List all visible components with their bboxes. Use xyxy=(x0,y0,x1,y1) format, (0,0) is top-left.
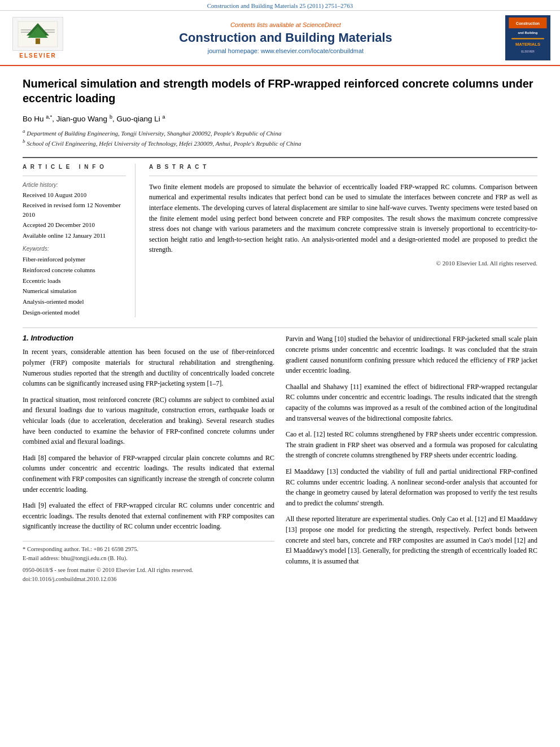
keywords-list: Fiber-reinforced polymer Reinforced conc… xyxy=(23,254,126,317)
body-section: 1. Introduction In recent years, conside… xyxy=(23,334,537,584)
body-para-2: In practical situation, most reinforced … xyxy=(23,395,274,447)
article-info-heading: A R T I C L E I N F O xyxy=(23,164,126,170)
author-2: Jian-guo Wang b xyxy=(56,115,112,123)
journal-name: Construction and Building Materials xyxy=(69,30,502,45)
svg-text:MATERIALS: MATERIALS xyxy=(515,42,540,47)
body-top-divider xyxy=(23,327,537,328)
info-divider xyxy=(23,176,126,176)
elsevier-logo-svg xyxy=(15,19,60,50)
journal-citation: Construction and Building Materials 25 (… xyxy=(207,2,353,9)
body-para-r2: Chaallal and Shahawy [11] examined the e… xyxy=(286,382,537,423)
article-info-col: A R T I C L E I N F O Article history: R… xyxy=(23,164,135,318)
body-para-1: In recent years, considerable attention … xyxy=(23,347,274,388)
body-para-r3: Cao et al. [12] tested RC columns streng… xyxy=(286,429,537,461)
svg-text:and Building: and Building xyxy=(518,31,538,34)
footnote-email: E-mail address: bhu@tongji.edu.cn (B. Hu… xyxy=(23,554,274,563)
history-label: Article history: xyxy=(23,182,126,188)
keyword-4: Numerical simulation xyxy=(23,286,126,296)
keywords-label: Keywords: xyxy=(23,246,126,252)
body-para-r5: All these reported literature are experi… xyxy=(286,514,537,566)
footnote-issn: 0950-0618/$ - see front matter © 2010 El… xyxy=(23,566,274,575)
svg-rect-1 xyxy=(36,38,40,44)
journal-center-info: Contents lists available at ScienceDirec… xyxy=(69,21,502,54)
journal-homepage: journal homepage: www.elsevier.com/locat… xyxy=(69,47,502,54)
elsevier-brand-text: ELSEVIER xyxy=(19,53,56,59)
body-para-4: Hadi [9] evaluated the effect of FRP-wra… xyxy=(23,500,274,532)
body-para-r1: Parvin and Wang [10] studied the behavio… xyxy=(286,334,537,375)
affiliation-a: a Department of Building Engineering, To… xyxy=(23,128,537,138)
keyword-3: Eccentric loads xyxy=(23,276,126,286)
elsevier-logo-image xyxy=(12,17,63,51)
journal-logo-right: Construction and Building MATERIALS ELSE… xyxy=(502,15,553,60)
date-accepted: Accepted 20 December 2010 xyxy=(23,220,126,230)
journal-top-bar: Construction and Building Materials 25 (… xyxy=(0,0,560,11)
keyword-2: Reinforced concrete columns xyxy=(23,265,126,276)
body-col-right: Parvin and Wang [10] studied the behavio… xyxy=(286,334,537,584)
copyright-line: © 2010 Elsevier Ltd. All rights reserved… xyxy=(149,260,537,267)
affiliations: a Department of Building Engineering, To… xyxy=(23,128,537,148)
body-col-left: 1. Introduction In recent years, conside… xyxy=(23,334,274,584)
abstract-col: A B S T R A C T Two finite element model… xyxy=(149,164,537,318)
main-content: Numerical simulation and strength models… xyxy=(0,66,560,594)
date-online: Available online 12 January 2011 xyxy=(23,231,126,241)
abstract-heading: A B S T R A C T xyxy=(149,164,537,170)
affiliation-b: b School of Civil Engineering, Hefei Uni… xyxy=(23,138,537,148)
footnote-area: * Corresponding author. Tel.: +86 21 659… xyxy=(23,541,274,584)
footnote-corresponding: * Corresponding author. Tel.: +86 21 659… xyxy=(23,545,274,554)
homepage-link[interactable]: www.elsevier.com/locate/conbuildmat xyxy=(261,47,364,54)
keyword-1: Fiber-reinforced polymer xyxy=(23,254,126,265)
body-para-r4: El Maaddawy [13] conducted the viability… xyxy=(286,466,537,508)
svg-text:Construction: Construction xyxy=(516,21,540,25)
article-title: Numerical simulation and strength models… xyxy=(23,76,537,106)
authors-line: Bo Hu a,*, Jian-guo Wang b, Guo-qiang Li… xyxy=(23,113,537,123)
sciencedirect-link[interactable]: ScienceDirect xyxy=(303,21,341,28)
author-3: Guo-qiang Li a xyxy=(116,115,165,123)
info-abstract-section: A R T I C L E I N F O Article history: R… xyxy=(23,164,537,318)
journal-header: ELSEVIER Contents lists available at Sci… xyxy=(0,11,560,66)
divider-top xyxy=(23,157,537,158)
sciencedirect-text: Contents lists available at ScienceDirec… xyxy=(69,21,502,28)
abstract-text: Two finite element models are proposed t… xyxy=(149,182,537,255)
body-para-3: Hadi [8] compared the behavior of FRP-wr… xyxy=(23,453,274,495)
author-1: Bo Hu a,* xyxy=(23,115,52,123)
elsevier-logo: ELSEVIER xyxy=(7,17,69,59)
cbm-logo-svg: Construction and Building MATERIALS ELSE… xyxy=(508,18,548,58)
svg-rect-12 xyxy=(511,38,544,39)
keyword-5: Analysis-oriented model xyxy=(23,296,126,307)
date-received: Received 10 August 2010 xyxy=(23,190,126,200)
abstract-divider xyxy=(149,176,537,176)
date-revised: Received in revised form 12 November 201… xyxy=(23,200,126,219)
footnote-doi: doi:10.1016/j.conbuildmat.2010.12.036 xyxy=(23,575,274,584)
section1-heading: 1. Introduction xyxy=(23,334,274,342)
svg-text:ELSEVIER: ELSEVIER xyxy=(521,50,535,53)
keyword-6: Design-oriented model xyxy=(23,307,126,318)
journal-logo-box: Construction and Building MATERIALS ELSE… xyxy=(505,15,550,60)
